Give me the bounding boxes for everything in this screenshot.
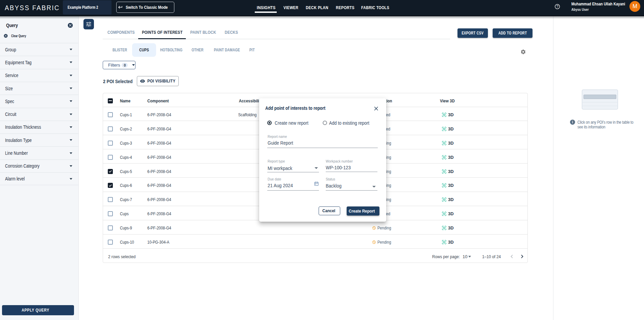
svg-text:?: ? bbox=[556, 5, 559, 8]
